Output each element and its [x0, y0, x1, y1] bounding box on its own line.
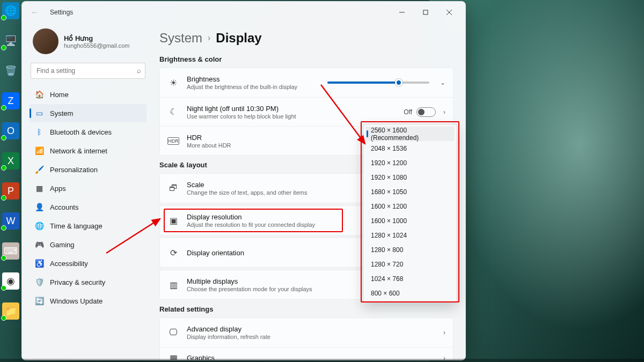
resolution-option[interactable]: 1920 × 1080: [365, 170, 455, 184]
nav-network[interactable]: 📶Network & internet: [30, 142, 147, 160]
night-light-state: Off: [404, 108, 412, 116]
resolution-option[interactable]: 2560 × 1600 (Recommended): [365, 127, 455, 141]
resolution-option[interactable]: 800 × 600: [365, 286, 455, 300]
resolution-option[interactable]: 1024 × 768: [365, 271, 455, 286]
breadcrumb-current: Display: [216, 31, 261, 46]
avatar: [33, 28, 58, 54]
desktop-icon-outlook[interactable]: O: [2, 122, 19, 139]
nav-privacy[interactable]: 🛡️Privacy & security: [30, 273, 147, 291]
desktop-icon-edge[interactable]: 🌐: [2, 2, 19, 19]
nav-bluetooth[interactable]: ᛒBluetooth & devices: [30, 123, 147, 141]
chevron-down-icon[interactable]: ⌄: [440, 79, 445, 86]
minimize-button[interactable]: [390, 4, 414, 20]
close-button[interactable]: [437, 4, 461, 20]
nav-accessibility[interactable]: ♿Accessibility: [30, 254, 147, 272]
sidebar: Hồ Hưng hungho5556@gmail.com ⌕ 🏠Home ▭Sy…: [22, 23, 151, 360]
resolution-icon: ▣: [167, 216, 179, 226]
monitor-icon: 🖵: [167, 328, 179, 337]
resolution-option[interactable]: 1280 × 720: [365, 257, 455, 271]
section-related-heading: Related settings: [159, 305, 453, 313]
sun-icon: ☀: [167, 78, 179, 88]
shield-icon: 🛡️: [35, 278, 43, 286]
breadcrumb-root[interactable]: System: [159, 31, 202, 46]
breadcrumb: System › Display: [159, 31, 453, 46]
desktop-icon-unikey[interactable]: ⌨: [2, 242, 19, 260]
search-input[interactable]: [31, 63, 145, 79]
desktop-icon-zalo[interactable]: Z: [2, 92, 19, 109]
desktop-icon-excel[interactable]: X: [2, 152, 19, 169]
accessibility-icon: ♿: [35, 259, 43, 268]
nav-gaming[interactable]: 🎮Gaming: [30, 235, 147, 254]
resolution-option[interactable]: 2048 × 1536: [365, 141, 455, 156]
chevron-right-icon: ›: [208, 33, 210, 43]
row-graphics[interactable]: ▦ Graphics ›: [160, 347, 453, 360]
brush-icon: 🖌️: [35, 165, 43, 174]
svg-rect-1: [423, 10, 428, 14]
desktop-icons-column: 🌐 🖥️ 🗑️ Z O X P W ⌨ ◉ 📁: [2, 2, 21, 320]
person-icon: 👤: [35, 203, 43, 211]
window-title: Settings: [50, 9, 390, 16]
resolution-option[interactable]: 1280 × 800: [365, 242, 455, 257]
gamepad-icon: 🎮: [35, 240, 43, 249]
resolution-option[interactable]: 1920 × 1200: [365, 156, 455, 170]
hdr-icon: HDR: [167, 137, 179, 145]
update-icon: 🔄: [35, 297, 43, 305]
profile-email: hungho5556@gmail.com: [64, 42, 129, 49]
profile-block[interactable]: Hồ Hưng hungho5556@gmail.com: [30, 23, 147, 63]
nav-home[interactable]: 🏠Home: [30, 85, 147, 104]
row-advanced-display[interactable]: 🖵 Advanced display Display information, …: [160, 318, 453, 347]
nav-accounts[interactable]: 👤Accounts: [30, 198, 147, 216]
nav-system[interactable]: ▭System: [30, 104, 147, 122]
profile-name: Hồ Hưng: [64, 34, 129, 42]
moon-icon: ☾: [167, 107, 179, 117]
nav-time[interactable]: 🌐Time & language: [30, 217, 147, 235]
maximize-button[interactable]: [414, 4, 437, 20]
home-icon: 🏠: [35, 90, 43, 99]
night-light-toggle[interactable]: [416, 107, 436, 117]
nav-update[interactable]: 🔄Windows Update: [30, 292, 147, 310]
globe-icon: 🌐: [35, 221, 43, 230]
resolution-option[interactable]: 1280 × 1024: [365, 228, 455, 242]
scale-icon: 🗗: [167, 183, 179, 193]
taskbar[interactable]: [0, 359, 644, 362]
brightness-slider[interactable]: [327, 82, 429, 84]
window-titlebar: ← Settings: [22, 2, 465, 23]
orientation-icon: ⟳: [167, 248, 179, 258]
section-brightness-heading: Brightness & color: [159, 55, 453, 63]
chevron-right-icon[interactable]: ›: [443, 329, 445, 336]
desktop-icon-powerpoint[interactable]: P: [2, 182, 19, 200]
resolution-dropdown[interactable]: 2560 × 1600 (Recommended) 2048 × 1536 19…: [363, 124, 457, 303]
resolution-option[interactable]: 1600 × 1200: [365, 199, 455, 213]
nav-list: 🏠Home ▭System ᛒBluetooth & devices 📶Netw…: [30, 85, 147, 310]
row-night-light[interactable]: ☾ Night light (off until 10:30 PM) Use w…: [160, 97, 453, 126]
desktop-icon-chrome[interactable]: ◉: [2, 272, 19, 290]
chevron-right-icon[interactable]: ›: [443, 108, 445, 116]
search-icon: ⌕: [137, 67, 141, 75]
bluetooth-icon: ᛒ: [35, 128, 43, 136]
desktop-icon-recycle-bin[interactable]: 🗑️: [2, 62, 19, 79]
back-button[interactable]: ←: [30, 8, 40, 17]
nav-personalization[interactable]: 🖌️Personalization: [30, 160, 147, 179]
resolution-option[interactable]: 1600 × 1000: [365, 213, 455, 228]
resolution-option[interactable]: 1680 × 1050: [365, 184, 455, 199]
multi-display-icon: ▥: [167, 280, 179, 290]
wifi-icon: 📶: [35, 146, 43, 155]
system-icon: ▭: [35, 109, 43, 117]
desktop-icon-this-pc[interactable]: 🖥️: [2, 32, 19, 49]
row-brightness[interactable]: ☀ Brightness Adjust the brightness of th…: [160, 68, 453, 97]
nav-apps[interactable]: ▦Apps: [30, 179, 147, 197]
desktop-icon-word[interactable]: W: [2, 212, 19, 230]
apps-icon: ▦: [35, 184, 43, 193]
desktop-icon-folder[interactable]: 📁: [2, 302, 19, 320]
